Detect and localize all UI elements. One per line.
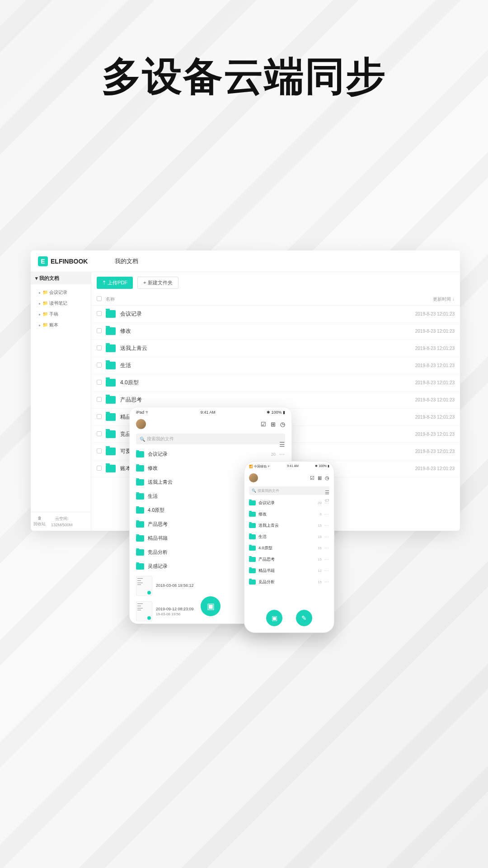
menu-icon[interactable]: ☰ [325, 490, 329, 495]
item-count: 20 [271, 452, 276, 457]
col-name[interactable]: 名称 [106, 296, 391, 302]
row-checkbox[interactable] [97, 380, 102, 385]
item-name: 产品思考 [258, 557, 315, 562]
folder-icon [136, 535, 144, 542]
sidebar-tree-item[interactable]: 📁 会议记录 [31, 287, 91, 298]
select-all-checkbox[interactable] [97, 296, 102, 301]
folder-icon [106, 465, 116, 472]
row-time: 2019-8-23 12:01:23 [391, 466, 455, 471]
item-name: 送我上青云 [258, 523, 315, 528]
add-icon[interactable]: ⊞ [271, 421, 276, 428]
camera-fab[interactable]: ▣ [266, 610, 282, 626]
more-icon[interactable]: ⋯ [324, 568, 329, 573]
row-time: 2019-8-23 12:01:23 [391, 449, 455, 454]
trash-link[interactable]: 🗑 回收站 [33, 516, 46, 527]
row-checkbox[interactable] [97, 448, 102, 453]
list-item[interactable]: 修改8⋯ [249, 509, 329, 520]
sidebar-tree-item[interactable]: 📁 账本 [31, 320, 91, 330]
document-thumbnail: ▬▬▬▬▬▬▬▬▬▬ [136, 601, 152, 621]
row-name: 产品思考 [120, 396, 142, 404]
phone-status-bar: 📶 中国移动 ᯤ 9:41 AM ✱ 100% ▮ [244, 462, 334, 472]
col-time[interactable]: 更新时间 ↓ [391, 296, 455, 302]
brand-text: ELFINBOOK [51, 258, 88, 265]
page-title: 我的文档 [115, 257, 138, 265]
item-count: 20 [318, 501, 322, 505]
row-checkbox[interactable] [97, 311, 102, 316]
table-row[interactable]: 4.0原型2019-8-23 12:01:23 [91, 374, 460, 392]
list-item[interactable]: 精品书籍12⋯ [249, 565, 329, 576]
new-folder-button[interactable]: + 新建文件夹 [137, 277, 178, 289]
more-icon[interactable]: ⋯ [324, 534, 329, 539]
tag-icon[interactable]: 🏷 [325, 498, 329, 503]
table-row[interactable]: 产品思考2019-8-23 12:01:23 [91, 392, 460, 409]
folder-icon [106, 327, 116, 335]
item-count: 12 [318, 569, 322, 573]
more-icon[interactable]: ⋯ [324, 580, 329, 585]
item-count: 15 [318, 580, 322, 584]
edit-fab[interactable]: ✎ [296, 610, 312, 626]
item-name: 精品书籍 [258, 568, 315, 574]
item-count: 16 [318, 546, 322, 550]
item-name: 会议记录 [258, 500, 315, 506]
list-item[interactable]: 4.0原型16⋯ [249, 542, 329, 554]
sidebar-root[interactable]: ▾ 我的文档 [31, 272, 91, 284]
item-name: 竞品分析 [258, 579, 315, 585]
clock-icon[interactable]: ◷ [280, 421, 285, 428]
menu-icon[interactable]: ☰ [279, 441, 285, 448]
row-checkbox[interactable] [97, 431, 102, 436]
avatar[interactable] [249, 473, 258, 482]
list-item[interactable]: 送我上青云15⋯ [249, 520, 329, 531]
item-name: 生活 [258, 534, 315, 540]
table-row[interactable]: 修改2019-8-23 12:01:23 [91, 323, 460, 340]
item-name: 会议记录 [148, 451, 267, 458]
item-name: 修改 [258, 511, 317, 517]
sidebar-tree-item[interactable]: 📁 读书笔记 [31, 298, 91, 309]
phone-search-input[interactable]: 🔍 搜索我的文件 [249, 486, 329, 495]
folder-icon [136, 549, 144, 556]
row-time: 2019-8-23 12:01:23 [391, 397, 455, 402]
table-row[interactable]: 生活2019-8-23 12:01:23 [91, 357, 460, 374]
add-icon[interactable]: ⊞ [318, 475, 322, 481]
folder-icon [136, 479, 144, 486]
row-checkbox[interactable] [97, 345, 102, 350]
pencil-icon: ✎ [301, 614, 307, 622]
list-item[interactable]: 会议记录20⋯ [136, 447, 285, 461]
row-checkbox[interactable] [97, 414, 102, 419]
row-checkbox[interactable] [97, 397, 102, 402]
desktop-toolbar: ⇡ 上传PDF + 新建文件夹 [91, 272, 460, 293]
table-row[interactable]: 送我上青云2019-8-23 12:01:23 [91, 340, 460, 357]
row-time: 2019-8-23 12:01:23 [391, 346, 455, 351]
folder-icon [106, 430, 116, 438]
list-item[interactable]: 生活18⋯ [249, 531, 329, 542]
check-icon[interactable]: ☑ [261, 421, 266, 428]
more-icon[interactable]: ⋯ [324, 512, 329, 517]
sidebar-tree-item[interactable]: 📁 手稿 [31, 309, 91, 320]
more-icon[interactable]: ⋯ [324, 557, 329, 562]
list-item[interactable]: 竞品分析15⋯ [249, 576, 329, 588]
more-icon[interactable]: ⋯ [324, 546, 329, 551]
tablet-status-bar: iPad ᯤ 9:41 AM ✱ 100% ▮ [130, 407, 291, 417]
row-checkbox[interactable] [97, 363, 102, 368]
search-icon: 🔍 [252, 489, 256, 493]
item-name: 4.0原型 [258, 545, 315, 551]
list-item[interactable]: 会议记录20⋯ [249, 497, 329, 509]
row-name: 4.0原型 [120, 379, 139, 387]
camera-icon: ▣ [207, 601, 215, 611]
check-icon[interactable]: ☑ [310, 475, 314, 481]
upload-pdf-button[interactable]: ⇡ 上传PDF [97, 277, 133, 289]
tablet-search-input[interactable]: 🔍 搜索我的文件 [136, 434, 285, 444]
list-item[interactable]: 产品思考15⋯ [249, 554, 329, 565]
table-row[interactable]: 会议记录2019-8-23 12:01:23 [91, 306, 460, 323]
row-checkbox[interactable] [97, 466, 102, 471]
row-name: 会议记录 [120, 310, 142, 318]
row-checkbox[interactable] [97, 328, 102, 333]
more-icon[interactable]: ⋯ [279, 451, 285, 458]
folder-icon [249, 557, 256, 562]
camera-fab[interactable]: ▣ [201, 596, 221, 616]
folder-icon [249, 523, 256, 528]
more-icon[interactable]: ⋯ [324, 523, 329, 528]
row-name: 生活 [120, 362, 131, 369]
clock-icon[interactable]: ◷ [325, 475, 329, 481]
folder-icon [249, 534, 256, 539]
avatar[interactable] [136, 419, 146, 429]
